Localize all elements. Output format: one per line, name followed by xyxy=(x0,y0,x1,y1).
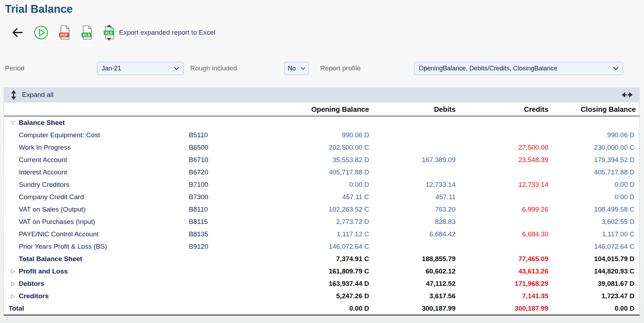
back-button[interactable] xyxy=(11,27,24,39)
report-profile-label: Report profile xyxy=(320,64,414,72)
fit-width-button[interactable] xyxy=(622,92,633,98)
opening-balance-value: 0.00 D xyxy=(241,305,373,312)
account-name-cell: VAT on Sales (Output) xyxy=(4,203,185,215)
account-name: Total xyxy=(9,305,24,312)
table-toolbar: Expand all xyxy=(4,87,640,102)
closing-balance-value: 1,117.00 C xyxy=(552,230,639,238)
table-row[interactable]: Work In Progress B6500 202,500.00 C 27,5… xyxy=(4,141,639,154)
svg-text:PDF: PDF xyxy=(61,33,68,37)
table-row[interactable]: PAYE/NIC Control Account B8135 1,117.12 … xyxy=(4,228,639,240)
header-credits: Credits xyxy=(459,105,552,114)
period-value: Jan-21 xyxy=(102,65,121,72)
debits-value: 12,733.14 xyxy=(373,181,459,189)
table-row[interactable]: Computer Equipment: Cost B5110 990.06 D … xyxy=(4,129,639,141)
export-pdf-button[interactable]: PDF xyxy=(58,25,71,40)
report-profile-value: OpeningBalance, Debits/Credits, ClosingB… xyxy=(419,65,557,72)
table-row[interactable]: Total Balance Sheet 7,374.91 C 188,855.7… xyxy=(4,253,639,265)
table-row[interactable]: ▽ Balance Sheet xyxy=(4,116,639,129)
period-select[interactable]: Jan-21 xyxy=(97,62,184,75)
expand-triangle-icon[interactable]: ▽ xyxy=(11,120,19,125)
account-code: B8135 xyxy=(185,230,241,238)
closing-balance-value: 230,000.00 C xyxy=(552,144,639,151)
account-name: Balance Sheet xyxy=(19,119,65,127)
table-row[interactable]: Sundry Creditors B7100 0.00 D 12,733.14 … xyxy=(4,178,639,191)
play-icon xyxy=(34,25,49,40)
closing-balance-value: 108,499.58 C xyxy=(552,206,639,213)
table-row[interactable]: Interest Account B6720 405,717.88 D 405,… xyxy=(4,166,639,178)
table-row[interactable]: ▷ Debtors 163,937.44 D 47,112.52 171,968… xyxy=(4,277,639,290)
account-name-cell: VAT on Purchases (Input) xyxy=(4,215,185,228)
opening-balance-value: 102,263.52 C xyxy=(241,206,373,213)
xls-expanded-file-icon: XLS xyxy=(103,24,115,41)
debits-value: 60,602.12 xyxy=(373,267,459,275)
opening-balance-value: 163,937.44 D xyxy=(241,280,373,288)
header-closing-balance: Closing Balance xyxy=(552,105,639,114)
table-row[interactable]: VAT on Purchases (Input) B8115 2,773.72 … xyxy=(4,215,639,228)
account-name-cell: ▷ Creditors xyxy=(4,290,185,302)
expand-all-label: Expand all xyxy=(22,91,53,99)
table-row[interactable]: Current Account B6710 35,553.82 D 167,38… xyxy=(4,154,639,166)
expand-triangle-icon[interactable]: ▷ xyxy=(11,293,19,299)
opening-balance-value: 146,072.64 C xyxy=(241,243,373,250)
opening-balance-value: 7,374.91 C xyxy=(241,255,373,263)
closing-balance-value: 39,081.67 D xyxy=(552,280,639,288)
credits-value: 7,141.35 xyxy=(459,292,552,300)
account-name: Total Balance Sheet xyxy=(19,255,82,263)
opening-balance-value: 35,553.82 D xyxy=(241,156,373,164)
expand-triangle-icon[interactable]: ▷ xyxy=(11,269,19,274)
table-row[interactable]: Company Credit Card B7300 457.11 C 457.1… xyxy=(4,191,639,203)
report-profile-select[interactable]: OpeningBalance, Debits/Credits, ClosingB… xyxy=(414,62,623,75)
rough-included-select[interactable]: No xyxy=(284,62,309,75)
credits-value: 27,500.00 xyxy=(459,144,552,151)
debits-value: 457.11 xyxy=(373,193,459,201)
opening-balance-value: 990.06 D xyxy=(241,131,373,139)
export-expanded-label: Export expanded report to Excel xyxy=(119,29,215,36)
expand-triangle-icon[interactable]: ▷ xyxy=(11,281,19,286)
closing-balance-value: 0.00 D xyxy=(552,305,639,312)
svg-text:XLS: XLS xyxy=(83,33,90,37)
closing-balance-value: 179,394.52 D xyxy=(552,156,639,164)
opening-balance-value: 161,809.79 C xyxy=(241,267,373,275)
opening-balance-value: 202,500.00 C xyxy=(241,144,373,151)
table-row[interactable]: Prior Years Profit & Loss (BS) B9120 146… xyxy=(4,240,639,253)
header-opening-balance: Opening Balance xyxy=(241,105,373,114)
credits-value: 77,465.09 xyxy=(459,255,552,263)
account-name: Interest Account xyxy=(19,168,67,176)
account-name: Debtors xyxy=(19,280,44,288)
credits-value: 23,548.39 xyxy=(459,156,552,164)
closing-balance-value: 405,717.88 D xyxy=(552,168,639,176)
table-row[interactable]: ▷ Profit and Loss 161,809.79 C 60,602.12… xyxy=(4,265,639,277)
account-name-cell: PAYE/NIC Control Account xyxy=(4,228,185,240)
table-row[interactable]: Total 0.00 D 300,187.99 300,187.99 0.00 … xyxy=(4,302,639,315)
export-xls-button[interactable]: XLS xyxy=(80,25,93,40)
credits-value: 6,684.30 xyxy=(459,230,552,238)
xls-file-icon: XLS xyxy=(80,25,93,40)
account-name-cell: Prior Years Profit & Loss (BS) xyxy=(4,240,185,253)
page-title: Trial Balance xyxy=(5,3,73,16)
account-name: VAT on Purchases (Input) xyxy=(19,218,95,226)
account-name-cell: Interest Account xyxy=(4,166,185,178)
account-code: B7300 xyxy=(185,193,241,201)
account-name-cell: ▽ Balance Sheet xyxy=(4,116,185,129)
rough-included-value: No xyxy=(288,65,296,72)
chevron-down-icon xyxy=(174,67,179,70)
account-name-cell: Total xyxy=(4,302,185,315)
run-report-button[interactable] xyxy=(34,25,49,40)
pdf-file-icon: PDF xyxy=(58,25,71,40)
credits-value: 12,733.14 xyxy=(459,181,552,189)
closing-balance-value: 0.00 D xyxy=(552,181,639,189)
debits-value: 300,187.99 xyxy=(373,305,459,312)
table-row[interactable]: ▷ Creditors 5,247.26 D 3,617.56 7,141.35… xyxy=(4,290,639,302)
account-code: B6500 xyxy=(185,144,241,151)
export-expanded-excel-button[interactable]: XLS Export expanded report to Excel xyxy=(103,24,215,41)
credits-value: 300,187.99 xyxy=(459,305,552,312)
account-name: Profit and Loss xyxy=(19,267,68,275)
account-name-cell: ▷ Debtors xyxy=(4,277,185,290)
expand-all-button[interactable]: Expand all xyxy=(11,90,53,100)
table-row[interactable]: VAT on Sales (Output) B8110 102,263.52 C… xyxy=(4,203,639,215)
account-code: B6720 xyxy=(185,168,241,176)
vertical-expand-icon xyxy=(11,90,17,100)
closing-balance-value: 3,602.55 D xyxy=(552,218,639,226)
opening-balance-value: 1,117.12 C xyxy=(241,230,373,238)
account-code: B8110 xyxy=(185,206,241,213)
